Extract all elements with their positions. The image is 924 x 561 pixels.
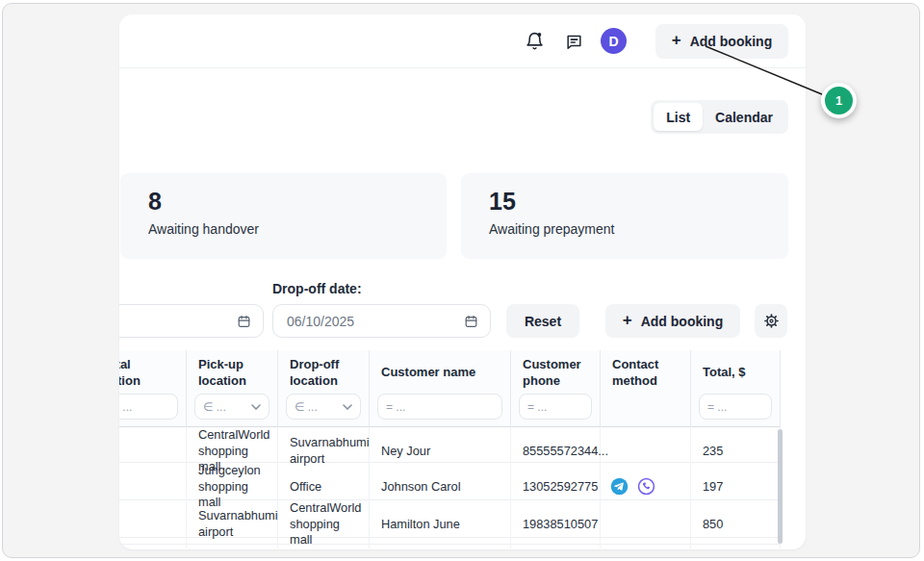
table-settings-gear-icon[interactable] [755,304,787,338]
cell-rental-location [119,500,187,548]
table-row[interactable]: Jungceylon shopping mall Office Johnson … [119,463,781,500]
table-header: Rental location Pick-up location Drop-of… [119,350,781,427]
calendar-icon[interactable] [464,314,478,328]
add-booking-button-secondary[interactable]: + Add booking [605,304,740,338]
table-row[interactable]: CentralWorld shopping mall Suvarnabhumi … [119,427,781,463]
column-header-total: Total, $ [691,350,781,394]
main-panel: D + Add booking List Calendar 8 Awaiting… [119,14,806,549]
cell-contact-method [601,500,691,548]
cell-pickup-location: Suvarnabhumi airport [187,500,278,548]
pickup-date-field [119,304,264,338]
filter-rental-location-input[interactable] [119,394,178,420]
column-header-customer-name: Customer name [370,350,511,394]
telegram-icon[interactable] [610,477,629,496]
select-placeholder: ∈ ... [203,400,226,414]
table-body: CentralWorld shopping mall Suvarnabhumi … [119,427,781,545]
cell-customer-name: Hamilton June [370,500,511,548]
reset-button[interactable]: Reset [506,304,579,338]
annotation-step-badge: 1 [821,83,857,118]
annotation-step-number: 1 [825,87,853,115]
dropoff-date-label: Drop-off date: [272,281,362,296]
messages-chat-icon[interactable] [565,33,583,51]
select-placeholder: ∈ ... [295,400,318,414]
dropoff-date-field [272,304,491,338]
vertical-scrollbar[interactable] [778,429,783,544]
plus-icon: + [623,311,632,330]
add-booking-label: Add booking [641,314,724,329]
add-booking-label: Add booking [690,34,773,49]
column-header-dropoff-location: Drop-off location [278,350,370,394]
filter-dropoff-location-select[interactable]: ∈ ... [286,394,361,420]
column-header-rental-location: Rental location [119,350,187,394]
chevron-down-icon [343,404,352,410]
stat-value: 15 [489,188,788,216]
chevron-down-icon [251,404,261,410]
user-avatar[interactable]: D [601,28,627,54]
topbar: D + Add booking [119,14,806,68]
cell-dropoff-location: CentralWorld shopping mall [278,500,370,548]
table-row[interactable]: Suvarnabhumi airport CentralWorld shoppi… [119,500,781,538]
calendar-icon[interactable] [237,314,251,328]
notifications-bell-icon[interactable] [525,31,545,51]
stat-value: 8 [148,188,447,216]
viber-icon[interactable] [637,477,655,496]
app-window: D + Add booking List Calendar 8 Awaiting… [2,3,920,558]
stat-card-awaiting-handover[interactable]: 8 Awaiting handover [120,173,447,259]
dropoff-date-input[interactable] [273,305,490,337]
column-header-contact-method: Contact method [601,350,691,394]
filter-customer-phone-input[interactable] [519,394,592,420]
plus-icon: + [672,31,681,50]
tab-list[interactable]: List [654,103,703,131]
column-header-pickup-location: Pick-up location [187,350,278,394]
filter-contact-method-empty [601,394,691,427]
filter-customer-name-input[interactable] [377,394,502,420]
view-toggle: List Calendar [651,100,788,134]
stat-label: Awaiting prepayment [489,221,788,237]
stat-label: Awaiting handover [148,221,447,237]
add-booking-button[interactable]: + Add booking [655,24,788,59]
filter-total-input[interactable] [699,394,772,420]
cell-customer-phone: 19838510507 [511,500,601,548]
column-header-customer-phone: Customer phone [511,350,601,394]
stat-card-awaiting-prepayment[interactable]: 15 Awaiting prepayment [461,173,788,259]
cell-total: 850 [691,500,781,548]
tab-calendar[interactable]: Calendar [703,103,785,131]
filter-pickup-location-select[interactable]: ∈ ... [194,394,270,420]
